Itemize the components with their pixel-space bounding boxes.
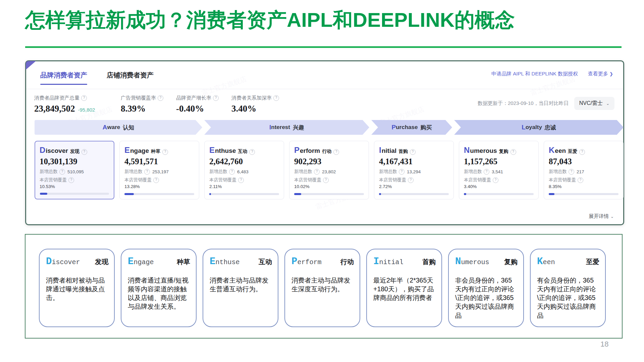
card-cn: 复购	[499, 148, 508, 155]
help-icon[interactable]: ?	[158, 95, 163, 101]
aipl-card-numerous[interactable]: Numerous 复购? 1,157,265 新增总数?3,541 本店营销覆盖…	[459, 141, 539, 199]
funnel-stage-aware: Aware认知	[35, 120, 202, 135]
definition-card-initial: Initial 首购 最近2年半（2*365天+180天），购买了品牌商品的所有…	[366, 249, 442, 327]
stage-cn: 忠诚	[545, 124, 556, 131]
aipl-card-initial[interactable]: Initial 首购? 4,167,431 新增总数?13,294 本店营销覆盖…	[374, 141, 454, 199]
funnel-stage-interest: Interest兴趣	[204, 120, 369, 135]
coverage-value: 10.53%	[40, 184, 109, 189]
coverage-progress-fill	[209, 193, 211, 195]
card-initial: I	[379, 145, 381, 155]
card-cn: 发现	[70, 148, 79, 155]
funnel-stage-purchase: Purchase购买	[371, 120, 452, 135]
def-description: 最近2年半（2*365天+180天），购买了品牌商品的所有消费者	[373, 276, 436, 302]
help-icon[interactable]: ?	[144, 169, 150, 175]
tab-store-consumer-asset[interactable]: 店铺消费者资产	[107, 71, 154, 80]
help-icon[interactable]: ?	[314, 169, 320, 175]
def-cn: 至爱	[586, 257, 599, 266]
help-icon[interactable]: ?	[511, 149, 516, 155]
aipl-definitions-box: Discover 发现 消费者相对被动与品牌通过曝光接触及点击。 Engage …	[25, 234, 623, 339]
card-cn: 行动	[322, 148, 331, 155]
added-value: 6,483	[237, 169, 249, 174]
card-word: een	[555, 147, 566, 155]
metric-value: -0.40%	[176, 104, 204, 114]
coverage-value: 2.11%	[209, 184, 279, 189]
coverage-label: 本店营销覆盖	[464, 177, 491, 183]
card-value: 4,591,571	[124, 157, 194, 166]
card-value: 2,642,760	[209, 157, 279, 166]
help-icon[interactable]: ?	[68, 177, 74, 183]
aipl-card-engage[interactable]: Engage 种草? 4,591,571 新增总数?253,197 本店营销覆盖…	[119, 141, 199, 199]
help-icon[interactable]: ?	[493, 177, 498, 183]
help-icon[interactable]: ?	[578, 177, 583, 183]
expand-details-button[interactable]: 展开详情 ⌄	[589, 213, 614, 220]
help-icon[interactable]: ?	[82, 149, 87, 155]
aipl-card-keen[interactable]: Keen 至爱? 87,043 新增总数?217 本店营销覆盖? 8.35%	[544, 141, 624, 199]
def-word: ngage	[133, 258, 154, 266]
chevron-down-icon: ⌄	[610, 214, 614, 219]
card-initial: P	[294, 145, 300, 155]
help-icon[interactable]: ?	[569, 169, 574, 175]
metric-label: 消费者关系加深率	[231, 95, 272, 101]
chevron-down-icon: ⌄	[606, 101, 609, 106]
stage-cn: 兴趣	[293, 124, 304, 131]
added-value: 23,802	[322, 169, 336, 174]
brand-selector-dropdown[interactable]: NVC/雷士 ⌄	[574, 97, 614, 110]
coverage-value: 13.28%	[124, 184, 194, 189]
coverage-label: 本店营销覆盖	[40, 177, 67, 183]
tab-brand-consumer-asset[interactable]: 品牌消费者资产	[40, 71, 87, 85]
coverage-progress-fill	[464, 193, 466, 195]
help-icon[interactable]: ?	[162, 149, 168, 155]
added-value: 253,197	[152, 169, 169, 174]
title-divider	[25, 46, 622, 48]
corner-accent	[26, 61, 36, 70]
card-value: 902,293	[294, 157, 364, 166]
def-cn: 行动	[340, 257, 354, 266]
def-initial: I	[373, 256, 379, 267]
help-icon[interactable]: ?	[249, 149, 255, 155]
def-description: 消费者主动与品牌发生深度互动行为。	[291, 276, 354, 293]
stage-word: urchase	[396, 124, 418, 131]
help-icon[interactable]: ?	[238, 177, 244, 183]
metric-label: 广告营销覆盖率	[121, 95, 156, 101]
help-icon[interactable]: ?	[213, 95, 219, 101]
card-word: iscover	[46, 147, 68, 155]
help-icon[interactable]: ?	[579, 149, 585, 155]
metric-value: 23,849,502	[34, 104, 75, 114]
def-initial: E	[128, 256, 133, 267]
help-icon[interactable]: ?	[229, 169, 235, 175]
stage-word: oyalty	[526, 124, 542, 131]
aipl-card-enthuse[interactable]: Enthuse 互动? 2,642,760 新增总数?6,483 本店营销覆盖?…	[204, 141, 284, 199]
aipl-card-perform[interactable]: Perform 行动? 902,293 新增总数?23,802 本店营销覆盖? …	[289, 141, 369, 199]
help-icon[interactable]: ?	[59, 169, 65, 175]
metric-asset-growth: 品牌资产增长率? -0.40%	[176, 95, 231, 114]
view-more-link[interactable]: 查看更多 ❯	[588, 71, 613, 77]
help-icon[interactable]: ?	[333, 149, 339, 155]
aipl-cards-row: Discover 发现? 10,301,139 新增总数?510,095 本店营…	[35, 141, 624, 199]
help-icon[interactable]: ?	[484, 169, 489, 175]
help-icon[interactable]: ?	[399, 169, 405, 175]
card-word: ngage	[130, 147, 149, 155]
def-description: 消费者相对被动与品牌通过曝光接触及点击。	[46, 276, 108, 302]
help-icon[interactable]: ?	[273, 95, 279, 101]
stage-initial: L	[522, 124, 526, 131]
aipl-card-discover[interactable]: Discover 发现? 10,301,139 新增总数?510,095 本店营…	[35, 141, 114, 199]
brand-selector-value: NVC/雷士	[579, 100, 603, 107]
def-word: iscover	[52, 258, 80, 266]
help-icon[interactable]: ?	[410, 149, 416, 155]
coverage-value: 2.72%	[379, 184, 449, 189]
expand-details-label: 展开详情	[589, 213, 609, 220]
coverage-label: 本店营销覆盖	[294, 177, 321, 183]
coverage-progress-fill	[124, 193, 134, 195]
help-icon[interactable]: ?	[81, 95, 87, 101]
apply-authorization-link[interactable]: 申请品牌 AIPL 和 DEEPLINK 数据授权	[491, 71, 578, 77]
card-cn: 至爱	[568, 148, 577, 155]
help-icon[interactable]: ?	[153, 177, 159, 183]
added-label: 新增总数	[379, 169, 397, 175]
help-icon[interactable]: ?	[408, 177, 414, 183]
help-icon[interactable]: ?	[323, 177, 329, 183]
card-word: erform	[300, 147, 320, 155]
def-word: erform	[297, 258, 321, 266]
added-label: 新增总数	[549, 169, 567, 175]
coverage-progress-fill	[40, 193, 47, 195]
metric-ad-coverage: 广告营销覆盖率? 8.39%	[121, 95, 176, 114]
